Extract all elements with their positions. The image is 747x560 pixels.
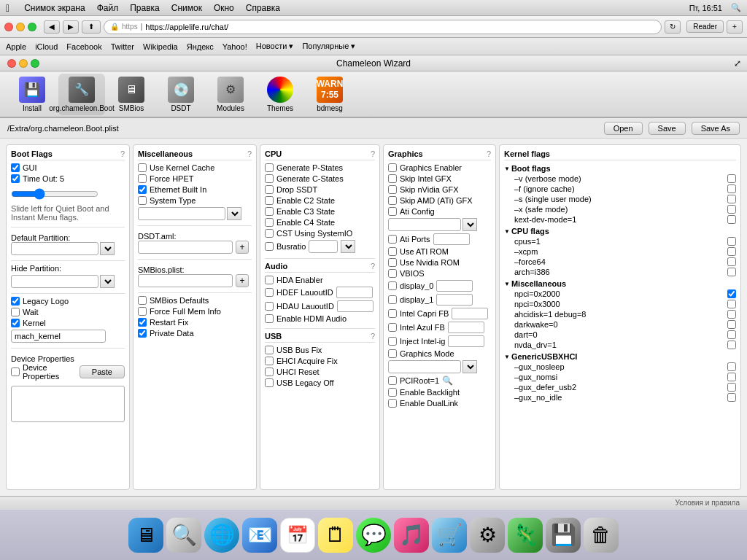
kf-ahci-checkbox[interactable] (727, 310, 736, 319)
enable-c4-checkbox[interactable] (265, 218, 274, 227)
intel-azul-input[interactable] (448, 322, 484, 333)
bookmark-icloud[interactable]: iCloud (35, 42, 58, 51)
dsdt-add-button[interactable]: + (236, 241, 249, 254)
close-button[interactable] (4, 23, 13, 31)
hide-partition-input[interactable] (11, 275, 98, 288)
device-props-textarea[interactable] (11, 386, 125, 422)
kf-ignore-cache-checkbox[interactable] (727, 184, 736, 193)
hdau-layout-checkbox[interactable] (265, 302, 274, 311)
system-type-select[interactable]: ▼ (227, 207, 241, 220)
dock-icon-finder[interactable]: 🖥 (128, 518, 163, 553)
app-close-button[interactable] (7, 59, 16, 68)
dsdt-input[interactable] (138, 241, 233, 254)
skip-intel-checkbox[interactable] (388, 174, 397, 183)
cpu-flags-tree-header[interactable]: ▼ CPU flags (504, 226, 736, 236)
bookmark-apple[interactable]: Apple (6, 42, 26, 51)
dock-icon-messages[interactable]: 💬 (356, 518, 391, 553)
kf-single-user-checkbox[interactable] (727, 195, 736, 203)
url-bar[interactable]: 🔒 https | https://applelife.ru/chat/ (104, 20, 662, 34)
pci-root-search-icon[interactable]: 🔍 (442, 376, 453, 386)
intel-capri-input[interactable] (452, 308, 488, 319)
bookmark-news[interactable]: Новости ▾ (256, 42, 294, 51)
toolbar-smbios[interactable]: 🖥 SMBios (108, 74, 155, 115)
menu-window[interactable]: Окно (214, 3, 234, 13)
toolbar-bdmesg[interactable]: WARN7:55 bdmesg (306, 74, 353, 115)
usb-help[interactable]: ? (371, 332, 375, 341)
kf-gux-defer-checkbox[interactable] (727, 383, 736, 392)
hide-partition-select[interactable]: ▼ (100, 275, 115, 288)
enable-c3-checkbox[interactable] (265, 207, 274, 216)
uhci-reset-checkbox[interactable] (265, 368, 274, 376)
kf-cpus1-checkbox[interactable] (727, 237, 736, 246)
usb-legacy-off-checkbox[interactable] (265, 378, 274, 387)
bookmark-popular[interactable]: Популярные ▾ (302, 42, 355, 51)
kf-npci2000-checkbox[interactable] (727, 289, 736, 298)
hdau-layout-input[interactable] (337, 300, 374, 312)
device-props-checkbox[interactable] (11, 368, 20, 376)
smbios-defaults-checkbox[interactable] (138, 296, 147, 305)
kf-safe-mode-checkbox[interactable] (727, 205, 736, 214)
toolbar-orgchameleon[interactable]: 🔧 org.chameleon.Boot (58, 74, 105, 115)
busratio-input[interactable] (309, 240, 338, 253)
gen-c-states-checkbox[interactable] (265, 174, 274, 183)
dock-icon-chameleon[interactable]: 🦎 (508, 518, 543, 553)
save-button[interactable]: Save (649, 122, 686, 135)
dock-icon-notes[interactable]: 🗒 (318, 518, 353, 553)
kf-verbose-checkbox[interactable] (727, 174, 736, 183)
gen-p-states-checkbox[interactable] (265, 163, 274, 172)
ethernet-checkbox[interactable] (138, 185, 147, 194)
display1-input[interactable] (436, 294, 473, 306)
save-as-button[interactable]: Save As (692, 122, 740, 135)
kf-gux-idle-checkbox[interactable] (727, 393, 736, 402)
ati-ports-input[interactable] (433, 233, 470, 245)
boot-flags-help[interactable]: ? (120, 149, 125, 158)
toolbar-themes[interactable]: Themes (257, 74, 303, 115)
use-ati-rom-checkbox[interactable] (388, 247, 397, 256)
ehci-fix-checkbox[interactable] (265, 357, 274, 365)
dock-icon-appstore[interactable]: 🛒 (432, 518, 467, 553)
wait-checkbox[interactable] (11, 308, 20, 316)
audio-help[interactable]: ? (371, 262, 375, 271)
app-minimize-button[interactable] (19, 59, 28, 68)
boot-slider[interactable] (11, 188, 98, 200)
system-type-input[interactable] (138, 207, 225, 220)
reader-button[interactable]: Reader (686, 20, 724, 33)
use-nvidia-rom-checkbox[interactable] (388, 258, 397, 267)
private-data-checkbox[interactable] (138, 329, 147, 338)
kf-gux-nomsi-checkbox[interactable] (727, 373, 736, 381)
dock-icon-spotlight[interactable]: 🔍 (166, 518, 201, 553)
inject-intel-input[interactable] (448, 335, 484, 347)
intel-azul-checkbox[interactable] (388, 323, 397, 332)
restart-fix-checkbox[interactable] (138, 318, 147, 327)
default-partition-input[interactable] (11, 242, 98, 255)
force-hpet-checkbox[interactable] (138, 174, 147, 183)
drop-ssdt-checkbox[interactable] (265, 185, 274, 194)
skip-amd-checkbox[interactable] (388, 196, 397, 205)
app-maximize-button[interactable] (31, 59, 39, 68)
dock-icon-mail[interactable]: 📧 (242, 518, 277, 553)
menu-help[interactable]: Справка (246, 3, 280, 13)
dock-icon-trash[interactable]: 🗑 (584, 518, 619, 553)
graphics-mode-checkbox[interactable] (388, 349, 397, 358)
apple-menu[interactable]:  (6, 2, 9, 14)
enable-c2-checkbox[interactable] (265, 196, 274, 205)
kf-kext-dev-checkbox[interactable] (727, 215, 736, 224)
cst-system-checkbox[interactable] (265, 229, 274, 238)
paste-button[interactable]: Paste (80, 365, 125, 378)
kf-gux-nosleep-checkbox[interactable] (727, 362, 736, 371)
forward-button[interactable]: ▶ (63, 20, 79, 34)
misc-flags-tree-header[interactable]: ▼ Miscellaneous (504, 279, 736, 289)
dock-icon-prefs[interactable]: ⚙ (470, 518, 505, 553)
kf-force64-checkbox[interactable] (727, 257, 736, 266)
dock-icon-itunes[interactable]: 🎵 (394, 518, 429, 553)
usb-flags-tree-header[interactable]: ▼ GenericUSBXHCI (504, 351, 736, 362)
hda-enabler-checkbox[interactable] (265, 276, 274, 284)
search-icon[interactable]: 🔍 (731, 3, 741, 12)
display0-checkbox[interactable] (388, 281, 397, 290)
timeout-checkbox[interactable] (11, 174, 20, 183)
system-type-checkbox[interactable] (138, 196, 147, 205)
kernel-checkbox[interactable] (11, 319, 20, 327)
kernel-cache-checkbox[interactable] (138, 163, 147, 172)
bookmark-twitter[interactable]: Twitter (111, 42, 134, 51)
ati-config-input[interactable] (388, 218, 461, 231)
